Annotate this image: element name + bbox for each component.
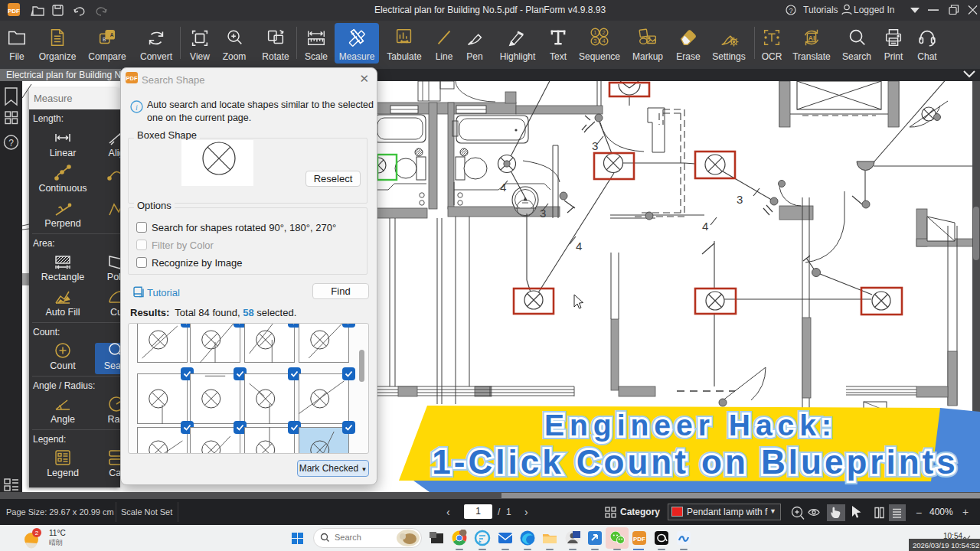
svg-text:Tutorials: Tutorials: [803, 5, 838, 15]
svg-text:2: 2: [603, 29, 606, 36]
svg-text:3: 3: [737, 193, 743, 206]
svg-text:4: 4: [576, 240, 582, 253]
svg-text:?: ?: [789, 7, 792, 15]
svg-text:i: i: [136, 103, 138, 112]
svg-text:PDF: PDF: [126, 75, 138, 82]
svg-text:PDF: PDF: [633, 536, 645, 543]
svg-text:B: B: [103, 37, 106, 42]
svg-text:3: 3: [540, 207, 546, 220]
svg-text:4: 4: [603, 37, 606, 44]
svg-text:Logged In: Logged In: [854, 5, 894, 15]
svg-text:AI: AI: [808, 34, 815, 42]
svg-text:4: 4: [702, 220, 708, 233]
svg-text:?: ?: [8, 138, 14, 148]
svg-text:4: 4: [500, 181, 506, 194]
svg-text:2: 2: [35, 530, 39, 536]
svg-text:1: 1: [593, 29, 596, 36]
svg-text:3: 3: [592, 139, 598, 152]
svg-text:A: A: [110, 32, 114, 37]
svg-text:3: 3: [593, 37, 596, 44]
